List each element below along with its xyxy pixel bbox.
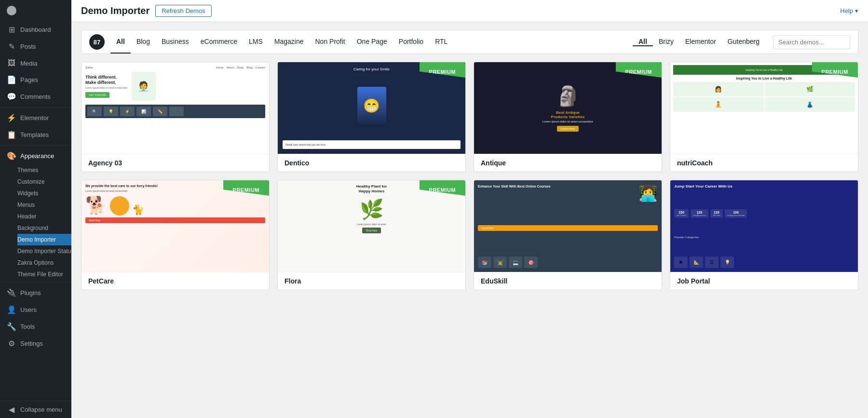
sidebar-logo: W [0, 0, 71, 21]
pages-icon: 📄 [7, 75, 16, 84]
demo-thumb-jobportal: Jump Start Your Career With Us 150Job Po… [670, 180, 858, 272]
demo-card-petcare[interactable]: PREMIUM We provide the best care to our … [81, 180, 270, 290]
plugins-icon: 🔌 [7, 288, 16, 297]
sidebar-divider-3 [0, 282, 71, 283]
premium-badge-antique: PREMIUM [616, 62, 662, 78]
sidebar-item-settings[interactable]: ⚙ Settings [0, 335, 71, 352]
media-icon: 🖼 [7, 59, 16, 67]
main-content: Demo Importer Refresh Demos Help ▾ 87 Al… [71, 0, 868, 418]
wp-logo-icon: W [7, 6, 16, 15]
demo-card-dentico[interactable]: PREMIUM Caring for your Smile 😁 Dental c… [277, 62, 466, 172]
sidebar-item-customize[interactable]: Customize [17, 176, 71, 188]
sidebar-item-plugins[interactable]: 🔌 Plugins [0, 284, 71, 301]
demo-card-eduskill[interactable]: Enhance Your Skill With Best Online Cour… [474, 180, 662, 290]
sidebar-item-comments[interactable]: 💬 Comments [0, 88, 71, 105]
demo-grid: ZakraHomeAboutShopBlogContact Think diff… [81, 62, 858, 290]
sidebar: W ⊞ Dashboard ✎ Posts 🖼 Media 📄 Pages 💬 … [0, 0, 71, 418]
premium-badge-nutricoach: PREMIUM [812, 62, 858, 78]
demo-name-eduskill: EduSkill [474, 272, 662, 290]
search-demos-input[interactable] [773, 35, 850, 49]
appearance-icon: 🎨 [7, 151, 16, 161]
demo-thumb-flora: PREMIUM Healthy Plant forHappy Homes 🌿 L… [278, 180, 465, 272]
sidebar-item-templates[interactable]: 📋 Templates [0, 126, 71, 143]
builder-tab-all[interactable]: All [633, 38, 653, 46]
sidebar-item-tools[interactable]: 🔧 Tools [0, 318, 71, 335]
demo-thumb-eduskill: Enhance Your Skill With Best Online Cour… [474, 180, 662, 272]
demo-card-nutricoach[interactable]: PREMIUM Inspiring You to Live a Healthy … [670, 62, 858, 172]
builder-tabs: All Brizy Elementor Gutenberg [633, 38, 765, 46]
users-icon: 👤 [7, 305, 16, 314]
demo-name-nutricoach: nutriCoach [670, 154, 858, 172]
demo-name-agency03: Agency 03 [81, 154, 269, 172]
sidebar-item-media[interactable]: 🖼 Media [0, 55, 71, 71]
builder-tab-elementor[interactable]: Elementor [679, 38, 722, 46]
filter-tab-ecommerce[interactable]: eCommerce [195, 30, 243, 54]
tools-icon: 🔧 [7, 322, 16, 331]
collapse-menu-section: ◀ Collapse menu [0, 401, 71, 418]
sidebar-item-zakra-options[interactable]: Zakra Options [17, 257, 71, 269]
filter-tab-blog[interactable]: Blog [131, 30, 156, 54]
demo-thumb-petcare: PREMIUM We provide the best care to our … [81, 180, 269, 272]
sidebar-item-pages[interactable]: 📄 Pages [0, 71, 71, 88]
demo-name-flora: Flora [278, 272, 465, 290]
comments-icon: 💬 [7, 92, 16, 101]
dashboard-icon: ⊞ [7, 25, 16, 34]
posts-icon: ✎ [7, 42, 16, 51]
filter-tab-onepage[interactable]: One Page [351, 30, 393, 54]
builder-tab-gutenberg[interactable]: Gutenberg [722, 38, 765, 46]
demo-thumb-agency03: ZakraHomeAboutShopBlogContact Think diff… [81, 62, 269, 154]
premium-badge-dentico: PREMIUM [420, 62, 465, 78]
filter-tab-all[interactable]: All [110, 30, 131, 54]
collapse-menu-button[interactable]: ◀ Collapse menu [0, 401, 71, 418]
filter-tab-portfolio[interactable]: Portfolio [393, 30, 429, 54]
elementor-icon: ⚡ [7, 113, 16, 122]
topbar-right: Help ▾ [840, 7, 858, 14]
premium-badge-petcare: PREMIUM [223, 180, 269, 196]
sidebar-item-background[interactable]: Background [17, 222, 71, 234]
filter-bar: 87 All Blog Business eCommerce LMS Magaz… [81, 30, 858, 54]
templates-icon: 📋 [7, 130, 16, 139]
demo-thumb-nutricoach: PREMIUM Inspiring You to Live a Healthy … [670, 62, 858, 154]
demo-name-antique: Antique [474, 154, 662, 172]
sidebar-item-demo-importer-status[interactable]: Demo Importer Status [17, 245, 71, 257]
demo-card-jobportal[interactable]: Jump Start Your Career With Us 150Job Po… [670, 180, 858, 290]
appearance-submenu: Themes Customize Widgets Menus Header Ba… [0, 164, 71, 280]
sidebar-item-menus[interactable]: Menus [17, 199, 71, 211]
content-area: 87 All Blog Business eCommerce LMS Magaz… [71, 22, 868, 418]
sidebar-item-dashboard[interactable]: ⊞ Dashboard [0, 21, 71, 38]
sidebar-item-header[interactable]: Header [17, 211, 71, 222]
sidebar-item-users[interactable]: 👤 Users [0, 301, 71, 318]
sidebar-item-elementor[interactable]: ⚡ Elementor [0, 109, 71, 126]
sidebar-item-themes[interactable]: Themes [17, 164, 71, 176]
demo-thumb-dentico: PREMIUM Caring for your Smile 😁 Dental c… [278, 62, 465, 154]
help-button[interactable]: Help ▾ [840, 7, 858, 14]
sidebar-item-appearance[interactable]: 🎨 Appearance [0, 148, 71, 164]
demo-count-badge: 87 [89, 34, 105, 50]
settings-icon: ⚙ [7, 339, 16, 348]
page-title: Demo Importer [81, 5, 149, 16]
filter-tab-magazine[interactable]: Magazine [269, 30, 310, 54]
sidebar-item-demo-importer[interactable]: Demo Importer [17, 234, 71, 245]
sidebar-item-theme-file-editor[interactable]: Theme File Editor [17, 269, 71, 280]
demo-name-jobportal: Job Portal [670, 272, 858, 290]
filter-tab-nonprofit[interactable]: Non Profit [309, 30, 351, 54]
refresh-demos-button[interactable]: Refresh Demos [155, 5, 211, 17]
sidebar-item-widgets[interactable]: Widgets [17, 188, 71, 199]
filter-tab-business[interactable]: Business [156, 30, 195, 54]
filter-tab-lms[interactable]: LMS [243, 30, 269, 54]
demo-card-agency03[interactable]: ZakraHomeAboutShopBlogContact Think diff… [81, 62, 270, 172]
topbar-left: Demo Importer Refresh Demos [81, 5, 212, 17]
filter-left: 87 All Blog Business eCommerce LMS Magaz… [89, 30, 453, 54]
chevron-down-icon: ▾ [855, 7, 858, 14]
sidebar-divider-1 [0, 107, 71, 108]
demo-name-dentico: Dentico [278, 154, 465, 172]
demo-thumb-antique: PREMIUM 🗿 Best AntiqueProducts Varieties… [474, 62, 662, 154]
premium-badge-flora: PREMIUM [420, 180, 465, 196]
filter-tab-rtl[interactable]: RTL [429, 30, 453, 54]
builder-tab-brizy[interactable]: Brizy [653, 38, 679, 46]
sidebar-item-posts[interactable]: ✎ Posts [0, 38, 71, 55]
collapse-icon: ◀ [7, 405, 16, 414]
demo-card-antique[interactable]: PREMIUM 🗿 Best AntiqueProducts Varieties… [474, 62, 662, 172]
demo-card-flora[interactable]: PREMIUM Healthy Plant forHappy Homes 🌿 L… [277, 180, 466, 290]
filter-right: All Brizy Elementor Gutenberg [633, 35, 850, 49]
